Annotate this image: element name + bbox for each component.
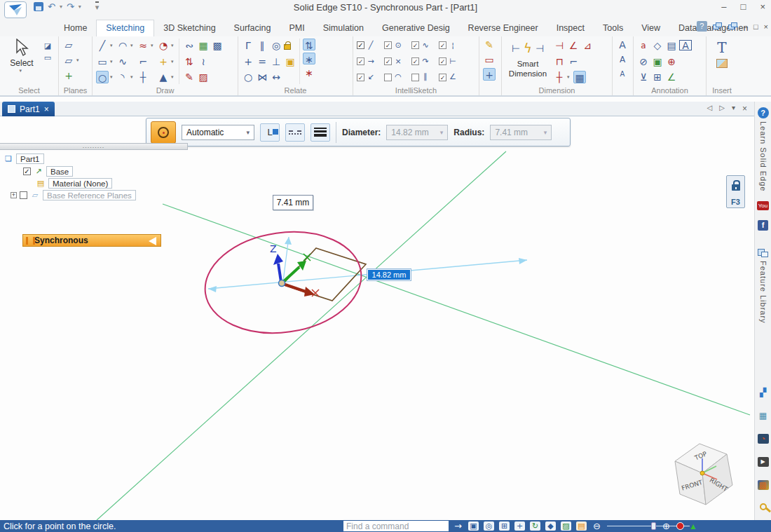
arc-tool-icon[interactable]: ◠ (116, 39, 129, 52)
select-fence-icon[interactable]: ▩ (211, 39, 224, 52)
intellisketch-parallel-option[interactable]: ∥ (411, 72, 437, 82)
tile-windows-icon[interactable] (728, 22, 738, 30)
freesketch-tool-icon[interactable]: ∿ (116, 55, 129, 68)
coordinate-system-icon[interactable]: + (62, 69, 75, 82)
video-tutorial-icon[interactable]: ▶ (758, 457, 769, 467)
intellisketch-intersection-option[interactable]: ✓× (384, 57, 410, 67)
diameter-field[interactable]: 14.82 mm ▾ (386, 125, 448, 140)
base-checkbox[interactable]: ✓ (23, 168, 31, 175)
text-style-icon[interactable]: A (616, 39, 629, 51)
zoom-area-icon[interactable]: ▣ (468, 521, 479, 531)
color-manager-icon[interactable]: ▩ (758, 480, 769, 490)
relationship-handles-icon[interactable]: ∗ (303, 53, 315, 64)
tree-item-material[interactable]: ▤ Material (None) (36, 178, 112, 189)
sketch-plane-edge-line[interactable] (163, 204, 750, 415)
line-color-button[interactable]: L (260, 123, 280, 142)
symmetric-relation-icon[interactable]: ⋈ (256, 71, 268, 83)
sensors-gauge-icon[interactable]: ◔ (758, 434, 769, 444)
tab-generative-design[interactable]: Generative Desig (373, 20, 459, 36)
cascade-windows-icon[interactable] (713, 22, 723, 30)
split-tool-icon[interactable]: ≀ (197, 55, 210, 68)
paint-tool-icon[interactable]: ✎ (183, 71, 196, 83)
radius-field[interactable]: 7.41 mm ▾ (490, 125, 552, 140)
zoom-in-icon[interactable]: ⊕ (661, 521, 671, 531)
learn-help-icon[interactable]: ? (758, 107, 769, 118)
plane-lock-indicator[interactable]: F3 (726, 175, 745, 208)
tree-item-part1[interactable]: ❏ Part1 (4, 154, 44, 164)
tab-close-icon[interactable]: × (742, 104, 747, 114)
balloon-icon[interactable]: ◇ (651, 39, 664, 52)
coincident-plane-icon[interactable]: ▱ (62, 39, 75, 51)
edge-condition-icon[interactable]: ∠ (665, 71, 678, 83)
intellisketch-tangent-option[interactable]: ✓↷ (411, 57, 437, 67)
window-layout-icon[interactable]: ▤ (576, 521, 587, 531)
youtube-icon[interactable]: You (757, 201, 769, 210)
feature-library-tab[interactable]: Feature Library (759, 261, 767, 324)
record-icon[interactable] (676, 522, 684, 530)
plane-more-icon[interactable]: ▱ (62, 54, 75, 67)
perpendicular-relation-icon[interactable]: ⊥ (270, 55, 282, 68)
tree-item-base[interactable]: ✓ ↗ Base (23, 166, 73, 177)
tab-home[interactable]: Home (55, 20, 96, 36)
zoom-icon[interactable]: ◎ (484, 521, 494, 531)
find-command-input[interactable] (343, 521, 449, 531)
facebook-icon[interactable]: f (758, 220, 768, 231)
tab-scroll-left-icon[interactable]: ◁ (707, 104, 713, 114)
line-tool-icon[interactable]: ╱ (96, 39, 109, 52)
circle-command-button[interactable] (151, 121, 176, 144)
point-tool-icon[interactable]: + (157, 55, 170, 68)
maximize-button[interactable]: □ (741, 1, 746, 12)
intellisketch-center-option[interactable]: ✓⊙ (384, 41, 410, 50)
weld-symbol-icon[interactable]: ⊻ (637, 71, 650, 83)
fillet-tool-icon[interactable]: ◝ (116, 71, 129, 83)
shrink-text-icon[interactable]: A (616, 68, 629, 81)
doc-minimize-button[interactable]: – (744, 22, 748, 31)
line-width-button[interactable] (311, 123, 330, 142)
pattern-icon[interactable]: ▦ (197, 39, 210, 52)
intellisketch-angle-option[interactable]: ✓∠ (439, 72, 465, 82)
dimension-style-icon[interactable]: ▦ (573, 71, 586, 83)
smart-dimension-button[interactable]: ⊢ϟ⊣ SmartDimension (505, 39, 550, 84)
callout-icon[interactable]: ▤ (665, 39, 678, 52)
tab-inspect[interactable]: Inspect (547, 20, 594, 36)
rectangle-tool-icon[interactable]: ▭ (96, 55, 109, 68)
feature-library-icon[interactable] (758, 249, 769, 258)
upload-icon[interactable]: ▲ (689, 521, 697, 531)
feature-callout-icon[interactable]: ▣ (651, 55, 664, 68)
tangent-relation-icon[interactable]: ○ (242, 71, 254, 83)
expand-icon[interactable]: + (11, 192, 17, 198)
intellisketch-point-on-option[interactable]: ✓↙ (357, 72, 383, 82)
relationship-mode-dropdown[interactable]: Automatic ▾ (182, 125, 254, 140)
rotate-view-icon[interactable]: ↻ (530, 521, 540, 531)
insert-image-icon[interactable] (716, 59, 728, 68)
select-filter-icon[interactable]: ◪ (43, 41, 53, 51)
select-box-icon[interactable]: ▭ (43, 53, 53, 63)
midpoint-relation-icon[interactable]: + (242, 55, 254, 68)
doc-close-button[interactable]: × (764, 22, 768, 31)
document-close-icon[interactable]: × (44, 104, 49, 114)
trim-tool-icon[interactable]: ⇅ (183, 55, 196, 68)
text-box-icon[interactable]: A (679, 40, 692, 50)
distance-between-icon[interactable]: ⊣ (553, 39, 566, 52)
view-cube[interactable]: TOP FRONT RIGHT (675, 444, 732, 505)
snap-points-icon[interactable]: + (483, 68, 496, 81)
close-button[interactable]: × (760, 1, 765, 12)
connect-relation-icon[interactable]: Γ (242, 39, 254, 52)
equal-relation-icon[interactable]: = (256, 55, 268, 68)
ref-planes-checkbox[interactable] (20, 191, 27, 199)
intellisketch-horizontal-option[interactable]: ✓⊢ (439, 57, 465, 67)
help-icon[interactable]: ? (697, 21, 707, 32)
run-command-icon[interactable]: → (453, 521, 463, 531)
polygon-tool-icon[interactable]: ▲ (157, 71, 170, 83)
collapse-arrow-icon[interactable] (149, 237, 156, 245)
base-plane-outline[interactable] (282, 248, 366, 301)
pan-icon[interactable]: + (514, 521, 525, 531)
zoom-out-icon[interactable]: ⊖ (592, 521, 602, 531)
tab-surfacing[interactable]: Surfacing (225, 20, 280, 36)
datum-target-icon[interactable]: ⊕ (665, 55, 678, 68)
feature-control-frame-icon[interactable]: ⊞ (651, 71, 664, 83)
chamfer-dimension-icon[interactable]: ⌐ (567, 55, 580, 68)
grow-text-icon[interactable]: A (616, 53, 629, 66)
pathfinder-splitter[interactable]: ......... (0, 143, 188, 150)
project-curve-icon[interactable]: ∾ (183, 39, 196, 52)
